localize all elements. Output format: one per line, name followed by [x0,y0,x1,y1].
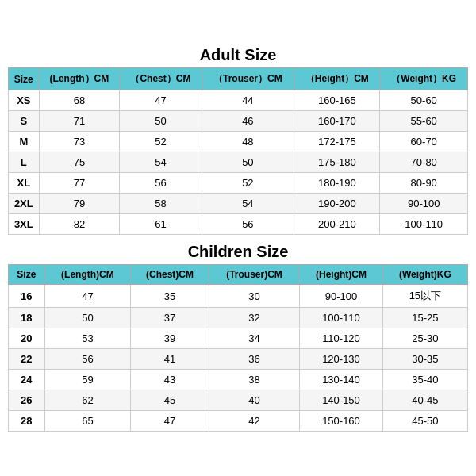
table-cell: 160-170 [294,111,380,132]
adult-col-header: (Length）CM [39,68,120,90]
table-cell: L [9,152,40,173]
table-cell: 200-210 [294,214,380,235]
adult-tbody: XS684744160-16550-60S715046160-17055-60M… [9,90,468,235]
table-cell: 60-70 [380,132,468,152]
table-cell: 42 [209,411,299,432]
table-cell: S [9,111,40,132]
table-row: M735248172-17560-70 [9,132,468,152]
table-cell: 180-190 [294,173,380,194]
table-cell: 40 [209,390,299,411]
table-cell: 73 [39,132,120,152]
children-col-header: (Trouser)CM [209,265,299,285]
children-col-header: (Height)CM [300,265,383,285]
table-cell: 45 [131,390,209,411]
table-row: 26624540140-15040-45 [9,390,468,411]
table-cell: 79 [39,194,120,214]
children-tbody: 1647353090-10015以下18503732100-11015-2520… [9,285,468,432]
table-cell: 2XL [9,194,40,214]
table-cell: 28 [9,411,45,432]
table-cell: 58 [120,194,202,214]
adult-col-header: （Chest）CM [120,68,202,90]
table-cell: 100-110 [300,308,383,328]
children-thead: Size(Length)CM(Chest)CM(Trouser)CM(Heigh… [9,265,468,285]
table-cell: 47 [131,411,209,432]
table-cell: 15以下 [382,285,467,308]
table-row: XL775652180-19080-90 [9,173,468,194]
table-cell: 26 [9,390,45,411]
children-col-header: (Weight)KG [382,265,467,285]
table-cell: 50 [120,111,202,132]
table-row: S715046160-17055-60 [9,111,468,132]
table-cell: 150-160 [300,411,383,432]
table-cell: 45-50 [382,411,467,432]
table-cell: 39 [131,328,209,349]
table-cell: M [9,132,40,152]
table-cell: 47 [44,285,130,308]
table-cell: 56 [120,173,202,194]
table-cell: 62 [44,390,130,411]
table-cell: 56 [202,214,294,235]
table-cell: 61 [120,214,202,235]
table-cell: 47 [120,90,202,111]
table-row: 28654742150-16045-50 [9,411,468,432]
table-cell: 50 [202,152,294,173]
table-cell: 53 [44,328,130,349]
table-cell: 54 [120,152,202,173]
table-cell: 30-35 [382,349,467,370]
adult-header-row: Size(Length）CM（Chest）CM（Trouser）CM（Heigh… [9,68,468,90]
table-cell: XS [9,90,40,111]
adult-table: Size(Length）CM（Chest）CM（Trouser）CM（Heigh… [8,67,468,235]
table-cell: 16 [9,285,45,308]
table-cell: 30 [209,285,299,308]
children-header-row: Size(Length)CM(Chest)CM(Trouser)CM(Heigh… [9,265,468,285]
adult-title: Adult Size [8,41,468,67]
table-row: 22564136120-13030-35 [9,349,468,370]
table-cell: 25-30 [382,328,467,349]
table-cell: 52 [120,132,202,152]
table-cell: 71 [39,111,120,132]
table-cell: 22 [9,349,45,370]
table-cell: 120-130 [300,349,383,370]
table-cell: 160-165 [294,90,380,111]
children-col-header: (Length)CM [44,265,130,285]
table-row: 2XL795854190-20090-100 [9,194,468,214]
children-col-header: (Chest)CM [131,265,209,285]
adult-col-header: （Height）CM [294,68,380,90]
table-cell: 90-100 [300,285,383,308]
children-title: Children Size [8,238,468,264]
children-section: Children Size Size(Length)CM(Chest)CM(Tr… [8,238,468,432]
table-cell: 34 [209,328,299,349]
table-row: 1647353090-10015以下 [9,285,468,308]
table-cell: 100-110 [380,214,468,235]
table-cell: 130-140 [300,370,383,390]
adult-col-header: （Weight）KG [380,68,468,90]
table-cell: 38 [209,370,299,390]
table-cell: 43 [131,370,209,390]
table-row: 24594338130-14035-40 [9,370,468,390]
table-cell: 44 [202,90,294,111]
table-row: L755450175-18070-80 [9,152,468,173]
table-cell: 24 [9,370,45,390]
table-row: 3XL826156200-210100-110 [9,214,468,235]
adult-col-header: Size [9,68,40,90]
table-cell: 15-25 [382,308,467,328]
adult-thead: Size(Length）CM（Chest）CM（Trouser）CM（Heigh… [9,68,468,90]
children-table: Size(Length)CM(Chest)CM(Trouser)CM(Heigh… [8,264,468,432]
table-cell: 80-90 [380,173,468,194]
adult-section: Adult Size Size(Length）CM（Chest）CM（Trous… [8,41,468,235]
table-cell: 65 [44,411,130,432]
table-cell: 35 [131,285,209,308]
table-cell: 190-200 [294,194,380,214]
table-cell: 175-180 [294,152,380,173]
table-row: 18503732100-11015-25 [9,308,468,328]
table-cell: 77 [39,173,120,194]
table-cell: 110-120 [300,328,383,349]
table-cell: 3XL [9,214,40,235]
table-cell: 140-150 [300,390,383,411]
table-cell: 56 [44,349,130,370]
adult-col-header: （Trouser）CM [202,68,294,90]
table-cell: 68 [39,90,120,111]
table-cell: 55-60 [380,111,468,132]
table-cell: 32 [209,308,299,328]
size-chart-container: Adult Size Size(Length）CM（Chest）CM（Trous… [8,41,468,435]
